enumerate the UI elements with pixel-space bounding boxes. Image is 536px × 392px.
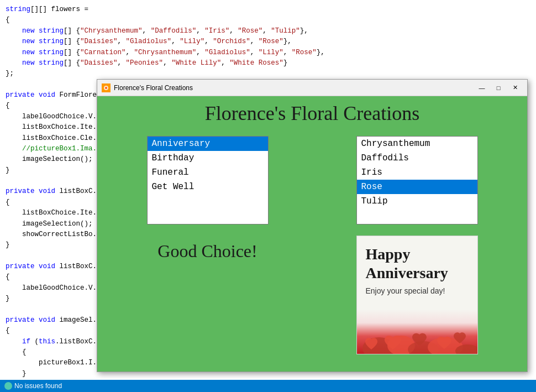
window-controls: — □ ✕ xyxy=(474,82,523,93)
flowers-listbox[interactable]: Chrysanthemum Daffodils Iris Rose Tulip xyxy=(356,136,478,224)
card-hearts-decoration xyxy=(357,310,477,354)
left-panel: Anniversary Birthday Funeral Get Well Go… xyxy=(108,136,307,366)
app-window: Florence's Floral Creations — □ ✕ Floren… xyxy=(97,79,528,372)
restore-button[interactable]: □ xyxy=(491,82,506,93)
main-area: Anniversary Birthday Funeral Get Well Go… xyxy=(108,136,516,366)
card-subtitle: Enjoy your special day! xyxy=(366,286,469,295)
list-item[interactable]: Chrysanthemum xyxy=(357,137,477,151)
list-item[interactable]: Daffodils xyxy=(357,151,477,165)
card-line1: HappyAnniversary xyxy=(366,245,469,282)
list-item[interactable]: Tulip xyxy=(357,194,477,208)
app-icon xyxy=(102,83,111,92)
app-title: Florence's Floral Creations xyxy=(205,102,419,125)
window-title: Florence's Floral Creations xyxy=(114,84,474,92)
window-content: Florence's Floral Creations Anniversary … xyxy=(97,96,527,372)
greeting-card: HappyAnniversary Enjoy your special day! xyxy=(356,236,478,354)
status-bar: No issues found xyxy=(0,380,536,392)
list-item[interactable]: Anniversary xyxy=(148,137,268,151)
close-button[interactable]: ✕ xyxy=(507,82,523,93)
list-item[interactable]: Get Well xyxy=(148,180,268,194)
occasions-listbox[interactable]: Anniversary Birthday Funeral Get Well xyxy=(147,136,269,224)
minimize-button[interactable]: — xyxy=(474,82,490,93)
status-text: No issues found xyxy=(14,382,62,390)
svg-point-2 xyxy=(105,87,107,89)
window-titlebar: Florence's Floral Creations — □ ✕ xyxy=(97,80,527,96)
right-panel: Chrysanthemum Daffodils Iris Rose Tulip … xyxy=(318,136,516,366)
list-item[interactable]: Birthday xyxy=(148,151,268,165)
good-choice-label: Good Choice! xyxy=(157,241,257,262)
list-item[interactable]: Rose xyxy=(357,180,477,194)
card-text-area: HappyAnniversary Enjoy your special day! xyxy=(357,236,477,310)
list-item[interactable]: Funeral xyxy=(148,165,268,180)
list-item[interactable]: Iris xyxy=(357,165,477,180)
status-icon xyxy=(4,382,12,390)
